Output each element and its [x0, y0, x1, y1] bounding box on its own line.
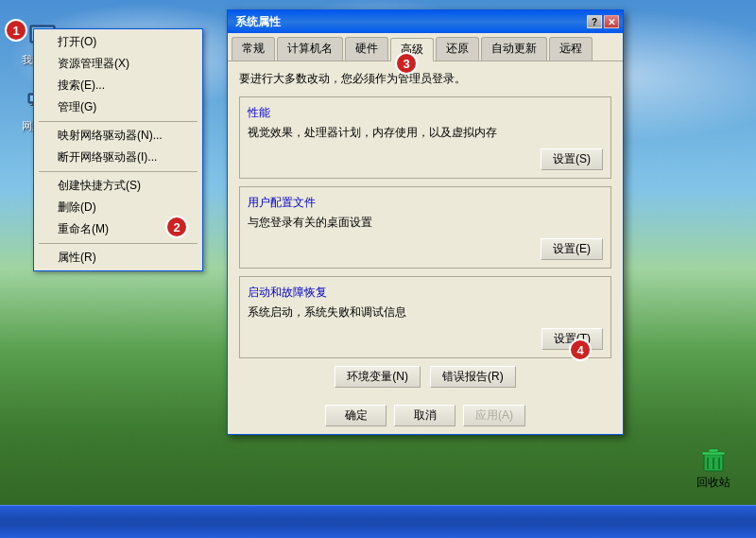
desktop: 我的电脑 网上邻居 打开(O) 资源管理器(X) 搜索(E)... 管理(G) … [0, 0, 756, 538]
badge-1: 1 [5, 19, 27, 42]
badge-2: 2 [165, 216, 188, 238]
dialog-note: 要进行大多数改动，您必须作为管理员登录。 [239, 71, 611, 87]
help-button[interactable]: ? [587, 15, 602, 28]
dialog-titlebar: 系统属性 ? ✕ [228, 10, 623, 33]
user-profiles-btn-row: 设置(E) [248, 238, 603, 260]
menu-item-properties[interactable]: 属性(R) [34, 247, 202, 269]
menu-item-map-drive[interactable]: 映射网络驱动器(N)... [34, 125, 202, 147]
menu-item-explorer[interactable]: 资源管理器(X) [34, 53, 202, 75]
recycle-bin-label: 回收站 [696, 475, 730, 491]
user-profiles-section: 用户配置文件 与您登录有关的桌面设置 设置(E) [239, 186, 611, 269]
taskbar [0, 505, 756, 538]
tab-remote[interactable]: 远程 [549, 37, 593, 61]
tab-computer-name[interactable]: 计算机名 [277, 37, 343, 61]
user-profiles-desc: 与您登录有关的桌面设置 [248, 215, 603, 231]
recycle-bin-icon [698, 444, 729, 475]
startup-recovery-desc: 系统启动，系统失败和调试信息 [248, 304, 603, 321]
footer-buttons-row: 环境变量(N) 错误报告(R) [239, 366, 611, 388]
user-profiles-settings-button[interactable]: 设置(E) [541, 238, 603, 260]
menu-item-search[interactable]: 搜索(E)... [34, 75, 202, 96]
dialog-content: 要进行大多数改动，您必须作为管理员登录。 性能 视觉效果，处理器计划，内存使用，… [228, 61, 623, 397]
menu-item-create-shortcut[interactable]: 创建快捷方式(S) [34, 175, 202, 197]
badge-4: 4 [569, 338, 592, 361]
menu-separator-2 [39, 171, 198, 172]
performance-title: 性能 [248, 105, 603, 121]
performance-settings-button[interactable]: 设置(S) [541, 148, 603, 170]
tab-general[interactable]: 常规 [232, 37, 275, 61]
titlebar-buttons: ? ✕ [587, 15, 619, 28]
performance-btn-row: 设置(S) [248, 148, 603, 170]
svg-rect-17 [709, 449, 718, 452]
performance-desc: 视觉效果，处理器计划，内存使用，以及虚拟内存 [248, 125, 603, 141]
menu-separator-1 [39, 121, 198, 122]
menu-separator-3 [39, 243, 198, 244]
menu-item-manage[interactable]: 管理(G) [34, 96, 202, 118]
startup-recovery-section: 启动和故障恢复 系统启动，系统失败和调试信息 设置(T) [239, 276, 611, 358]
svg-rect-16 [702, 452, 725, 455]
user-profiles-title: 用户配置文件 [248, 195, 603, 211]
tab-auto-update[interactable]: 自动更新 [481, 37, 547, 61]
startup-recovery-title: 启动和故障恢复 [248, 285, 603, 301]
dialog-title: 系统属性 [235, 14, 281, 30]
system-properties-dialog: 系统属性 ? ✕ 常规 计算机名 硬件 高级 还原 自动更新 远程 要进行大多数… [227, 9, 624, 435]
tab-restore[interactable]: 还原 [436, 37, 479, 61]
performance-section: 性能 视觉效果，处理器计划，内存使用，以及虚拟内存 设置(S) [239, 96, 611, 179]
menu-item-open[interactable]: 打开(O) [34, 31, 202, 53]
close-button[interactable]: ✕ [604, 15, 619, 28]
tabs-container: 常规 计算机名 硬件 高级 还原 自动更新 远程 [228, 33, 623, 61]
error-report-button[interactable]: 错误报告(R) [430, 366, 516, 388]
apply-button[interactable]: 应用(A) [463, 405, 525, 426]
env-vars-button[interactable]: 环境变量(N) [335, 366, 421, 388]
menu-item-disconnect-drive[interactable]: 断开网络驱动器(I)... [34, 147, 202, 168]
dialog-footer: 确定 取消 应用(A) [228, 397, 623, 434]
tab-hardware[interactable]: 硬件 [345, 37, 388, 61]
desktop-icon-recycle[interactable]: 回收站 [680, 444, 747, 491]
badge-3: 3 [395, 52, 418, 75]
cancel-button[interactable]: 取消 [394, 405, 455, 426]
startup-recovery-btn-row: 设置(T) [248, 328, 603, 350]
ok-button[interactable]: 确定 [325, 405, 387, 426]
